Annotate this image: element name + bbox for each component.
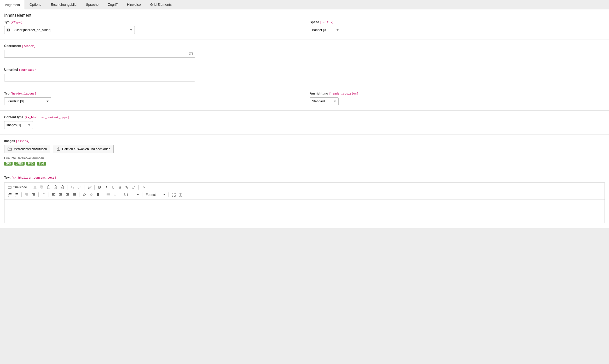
rte-cut-icon[interactable] <box>32 184 38 190</box>
svg-rect-61 <box>179 193 180 196</box>
header-position-label: Ausrichtung [header_position] <box>310 87 605 97</box>
rte-underline-icon[interactable]: U <box>110 184 116 190</box>
rte-unlink-icon[interactable] <box>88 192 94 198</box>
rte-outdent-icon[interactable] <box>24 192 30 198</box>
svg-rect-3 <box>7 30 8 31</box>
ctype-record-icon <box>4 26 12 34</box>
rte-source-button[interactable]: Quellcode <box>7 184 28 190</box>
header-input[interactable] <box>4 50 195 58</box>
svg-text:W: W <box>61 187 63 189</box>
rte-align-center-icon[interactable] <box>57 192 64 198</box>
rte-subscript-icon[interactable]: x2 <box>124 184 130 190</box>
rte-bold-icon[interactable]: B <box>96 184 103 190</box>
svg-rect-1 <box>7 29 8 30</box>
rte-hr-icon[interactable] <box>105 192 111 198</box>
folder-icon <box>8 147 12 151</box>
ctype-label: Typ [CType] <box>4 20 299 26</box>
rte-showblocks-icon[interactable] <box>177 192 184 198</box>
rte-anchor-icon[interactable] <box>95 192 101 198</box>
rte-style-combo[interactable]: Stil <box>122 192 140 198</box>
rte-paste-word-icon[interactable]: W <box>59 184 65 190</box>
svg-rect-16 <box>55 185 56 186</box>
svg-rect-13 <box>47 186 50 189</box>
tab-bar: Allgemein Options Erscheinungsbild Sprac… <box>0 0 609 9</box>
tab-grid-elements[interactable]: Grid Elements <box>146 0 176 9</box>
rte-blockquote-icon[interactable]: ” <box>40 192 47 198</box>
rte-align-left-icon[interactable] <box>51 192 57 198</box>
rte-format-combo[interactable]: Format <box>144 192 167 198</box>
svg-rect-4 <box>9 30 10 31</box>
allowed-ext-label: Erlaubte Dateierweiterungen <box>4 156 605 160</box>
badge-svg: SVG <box>37 162 46 166</box>
badge-jpg: JPG <box>4 162 13 166</box>
text-label: Text [tx_hhslider_content_text] <box>4 171 605 181</box>
tab-zugriff[interactable]: Zugriff <box>103 0 122 9</box>
tab-allgemein[interactable]: Allgemein <box>0 0 25 9</box>
badge-png: PNG <box>26 162 35 166</box>
header-position-select[interactable]: Standard <box>310 97 339 105</box>
colpos-select[interactable]: Banner [0] <box>310 26 341 34</box>
rte-paste-text-icon[interactable]: T <box>52 184 59 190</box>
rte-ordered-list-icon[interactable]: 123 <box>7 192 13 198</box>
rte-strike-icon[interactable]: S <box>117 184 123 190</box>
svg-rect-14 <box>48 185 49 186</box>
colpos-label: Spalte [colPos] <box>310 20 605 26</box>
rte-paste-icon[interactable] <box>45 184 52 190</box>
svg-point-28 <box>15 193 16 194</box>
allowed-ext-badges: JPG JPEG PNG SVG <box>4 162 605 166</box>
add-media-button[interactable]: Mediendatei hinzufügen <box>4 145 50 153</box>
svg-rect-62 <box>181 193 182 196</box>
header-label: Überschrift [header] <box>4 39 605 50</box>
rte-superscript-icon[interactable]: x2 <box>130 184 137 190</box>
content-type-label: Content type [tx_hhslider_content_type] <box>4 111 605 121</box>
header-layout-select[interactable]: Standard [0] <box>4 97 51 105</box>
rte-editor: Quellcode T W ABC B I U S x2 x2 <box>4 183 605 223</box>
rte-copy-icon[interactable] <box>39 184 45 190</box>
form-panel: Inhaltselement Typ [CType] Slider [hhsli… <box>0 9 609 228</box>
ctype-select[interactable]: Slider [hhslider_hh_slider] <box>12 26 135 34</box>
rte-align-right-icon[interactable] <box>64 192 71 198</box>
section-title: Inhaltselement <box>0 9 609 20</box>
upload-icon <box>56 147 60 151</box>
rte-align-justify-icon[interactable] <box>71 192 77 198</box>
rte-undo-icon[interactable] <box>69 184 76 190</box>
badge-jpeg: JPEG <box>14 162 25 166</box>
subheader-label: Untertitel [subheader] <box>4 63 605 74</box>
header-layout-label: Typ [header_layout] <box>4 87 299 97</box>
tab-hinweise[interactable]: Hinweise <box>122 0 146 9</box>
svg-rect-19 <box>62 185 63 186</box>
rte-maximize-icon[interactable] <box>171 192 177 198</box>
svg-point-29 <box>15 195 16 195</box>
rte-text-area[interactable] <box>4 199 605 223</box>
rte-specialchar-icon[interactable]: Ω <box>112 192 118 198</box>
rte-link-icon[interactable] <box>81 192 88 198</box>
header-suffix-icon[interactable] <box>189 52 193 56</box>
svg-point-30 <box>15 196 16 197</box>
rte-remove-format-icon[interactable]: Ix <box>141 184 147 190</box>
tab-options[interactable]: Options <box>25 0 46 9</box>
rte-unordered-list-icon[interactable] <box>13 192 20 198</box>
content-type-select[interactable]: images [1] <box>4 121 33 129</box>
tab-sprache[interactable]: Sprache <box>81 0 103 9</box>
svg-text:T: T <box>55 187 56 189</box>
assets-label: Images [assets] <box>4 134 605 145</box>
rte-italic-icon[interactable]: I <box>103 184 109 190</box>
rte-spellcheck-icon[interactable]: ABC <box>86 184 92 190</box>
rte-indent-icon[interactable] <box>30 192 37 198</box>
rte-redo-icon[interactable] <box>76 184 82 190</box>
svg-rect-2 <box>9 29 10 30</box>
tab-erscheinungsbild[interactable]: Erscheinungsbild <box>46 0 81 9</box>
upload-files-button[interactable]: Dateien auswählen und hochladen <box>53 145 114 153</box>
svg-text:3: 3 <box>8 195 9 197</box>
subheader-input[interactable] <box>4 74 195 81</box>
